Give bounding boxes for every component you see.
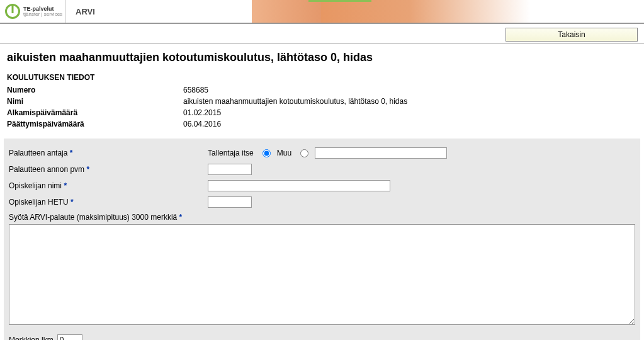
te-logo-icon [5, 4, 20, 19]
back-button[interactable]: Takaisin [506, 28, 638, 42]
info-value: 01.02.2015 [183, 107, 640, 118]
required-marker: * [71, 198, 74, 207]
radio-self[interactable] [263, 149, 271, 157]
giver-radio-group: Tallentaja itse Muu [208, 147, 447, 159]
student-name-label: Opiskelijan nimi [9, 181, 62, 190]
info-label: Nimi [7, 96, 183, 107]
info-row-name: Nimi aikuisten maahanmuuttajien kotoutum… [7, 96, 640, 107]
logo-cell: TE-palvelut tjänster | services [0, 0, 66, 23]
info-value: 06.04.2016 [183, 118, 640, 130]
required-marker: * [86, 165, 89, 174]
page-title: aikuisten maahanmuuttajien kotoutumiskou… [4, 43, 640, 71]
giver-label: Palautteen antaja [9, 149, 67, 157]
other-label: Muu [277, 149, 291, 157]
feedback-label: Syötä ARVI-palaute (maksimipituus) 3000 … [9, 213, 177, 222]
required-marker: * [179, 213, 183, 222]
counter-label: Merkkien lkm [9, 336, 54, 340]
required-marker: * [64, 181, 67, 190]
info-label: Alkamispäivämäärä [7, 107, 183, 118]
student-hetu-label: Opiskelijan HETU [9, 198, 69, 207]
row-counter: Merkkien lkm [9, 332, 635, 340]
student-hetu-input[interactable] [208, 196, 252, 208]
info-label: Päättymispäivämäärä [7, 118, 183, 130]
row-date: Palautteen annon pvm * [9, 161, 635, 178]
student-name-input[interactable] [208, 180, 390, 191]
info-value: 658685 [183, 84, 640, 96]
row-feedback-label: Syötä ARVI-palaute (maksimipituus) 3000 … [9, 210, 635, 222]
info-heading: KOULUTUKSEN TIEDOT [7, 73, 640, 82]
feedback-wrap [9, 222, 635, 332]
back-row: Takaisin [0, 24, 644, 43]
banner-strip-2 [321, 0, 541, 23]
feedback-textarea[interactable] [9, 224, 635, 325]
content: aikuisten maahanmuuttajien kotoutumiskou… [0, 43, 644, 340]
date-input[interactable] [208, 164, 252, 175]
logo-line2: tjänster | services [23, 12, 62, 17]
banner-strip-1 [252, 0, 321, 23]
other-input[interactable] [315, 147, 447, 159]
row-giver: Palautteen antaja * Tallentaja itse Muu [9, 145, 635, 161]
radio-other[interactable] [300, 149, 308, 157]
form-panel: Palautteen antaja * Tallentaja itse Muu … [4, 139, 640, 340]
top-bar: TE-palvelut tjänster | services ARVI [0, 0, 644, 24]
date-label: Palautteen annon pvm [9, 165, 84, 174]
row-student-hetu: Opiskelijan HETU * [9, 194, 635, 210]
saver-label: Tallentaja itse [208, 149, 254, 157]
info-row-end: Päättymispäivämäärä 06.04.2016 [7, 118, 640, 130]
counter-value [57, 334, 82, 340]
logo-text: TE-palvelut tjänster | services [23, 6, 62, 17]
info-value: aikuisten maahanmuuttajien kotoutumiskou… [183, 96, 640, 107]
training-info: KOULUTUKSEN TIEDOT Numero 658685 Nimi ai… [4, 73, 640, 130]
required-marker: * [70, 149, 73, 157]
info-row-number: Numero 658685 [7, 84, 640, 96]
app-title: ARVI [66, 0, 252, 23]
info-label: Numero [7, 84, 183, 96]
accent-tab [308, 0, 371, 2]
info-row-start: Alkamispäivämäärä 01.02.2015 [7, 107, 640, 118]
row-student-name: Opiskelijan nimi * [9, 178, 635, 194]
